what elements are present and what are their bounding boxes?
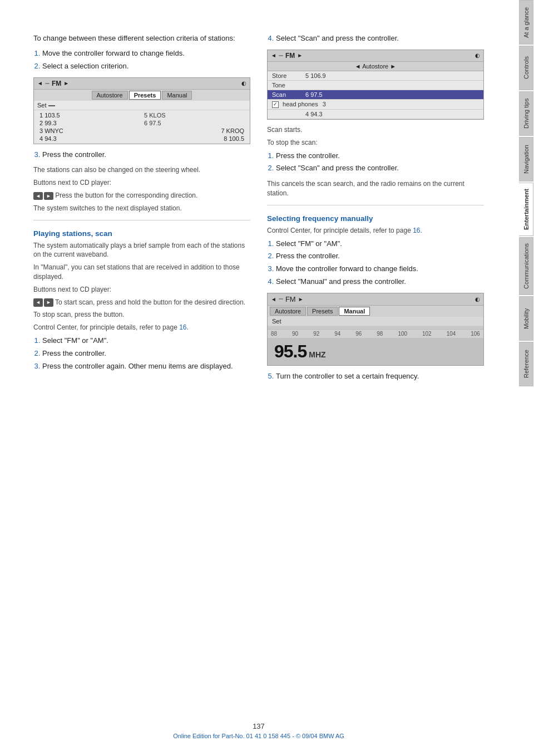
step-1: Move the controller forward to change fi…	[42, 48, 250, 59]
manual-tab-presets[interactable]: Presets	[307, 307, 338, 316]
manual-arrow-right: ►	[298, 296, 304, 302]
steps-list-3: Select "FM" or "AM". Press the controlle…	[42, 336, 250, 372]
cancels-text: This cancels the scan search, and the ra…	[267, 179, 484, 198]
tab-presets[interactable]: Presets	[129, 91, 161, 100]
sidebar-tab-at-a-glance[interactable]: At a glance	[519, 0, 533, 45]
btn-left: ◄	[33, 192, 43, 200]
scan-row-store: Store 5 106.9	[268, 71, 483, 81]
headphones-checkbox[interactable]	[272, 101, 279, 108]
stop-step-1: Press the controller.	[276, 151, 484, 161]
divider-2	[267, 205, 484, 205]
headphones-label: head phones	[272, 101, 318, 108]
control-center-ref: Control Center, for principle details, r…	[33, 323, 250, 332]
scan-screen: ◄ FM ► ◐ ◄ Autostore ► Store 5 106.9 Ton…	[267, 50, 484, 120]
manual-tabs-row: Autostore Presets Manual	[268, 306, 483, 317]
manual-screen-icon: ◐	[475, 296, 480, 302]
stop-step-2: Select "Scan" and press the controller.	[276, 163, 484, 174]
station-1-name: 5 KLOS	[142, 111, 246, 119]
system-switches: The system switches to the next displaye…	[33, 204, 250, 213]
intro-text: To change between these different select…	[33, 33, 250, 44]
station-2-num: 2 99.3	[37, 119, 142, 127]
scan-hold-text: ◄ ► To start scan, press and hold the bu…	[33, 298, 250, 307]
fm-label: FM	[52, 80, 61, 87]
scan-value: 6 97.5	[305, 91, 323, 98]
step-5-list: Turn the controller to set a certain fre…	[276, 371, 484, 382]
manual-step-3: Move the controller forward to change fi…	[276, 264, 484, 274]
scan-intro: The system automatically plays a brief s…	[33, 241, 250, 260]
manual-freq-scale: 889092949698100102104106	[268, 330, 483, 338]
scan-manual-note: In "Manual", you can set stations that a…	[33, 263, 250, 282]
sidebar-tab-driving-tips[interactable]: Driving tips	[519, 91, 533, 136]
station-3-num: 3 WNYC7 KROQ	[37, 127, 246, 135]
scan-band-indicator	[279, 55, 283, 56]
manual-steps: Select "FM" or "AM". Press the controlle…	[276, 239, 484, 287]
sidebar-tab-entertainment[interactable]: Entertainment	[519, 183, 533, 236]
page-16-link[interactable]: 16	[179, 323, 186, 331]
manual-arrow-left: ◄	[271, 296, 276, 302]
scan-btn-r: ►	[44, 298, 53, 307]
scan-row-headphones: head phones 3	[268, 100, 483, 110]
manual-page-16-link[interactable]: 16	[413, 227, 420, 234]
station-1-num: 1 103.5	[37, 111, 142, 119]
stations-note: The stations can also be changed on the …	[33, 165, 250, 175]
sidebar-tab-communications[interactable]: Communications	[519, 237, 533, 295]
tab-manual[interactable]: Manual	[162, 91, 192, 100]
right-column: Select "Scan" and press the controller. …	[267, 33, 484, 387]
stop-scan-text: To stop scan, press the button.	[33, 310, 250, 320]
manual-tab-autostore[interactable]: Autostore	[270, 307, 306, 316]
stations-grid: 1 103.5 5 KLOS 2 99.3 6 97.5 3 WNYC7 KRO…	[34, 110, 250, 144]
buttons-note: Buttons next to CD player:	[33, 178, 250, 188]
scan-starts: Scan starts.	[267, 125, 484, 135]
sidebar-tab-controls[interactable]: Controls	[519, 46, 533, 90]
step-scan-3: Press the controller again. Other menu i…	[42, 361, 250, 372]
buttons-cd-note: Buttons next to CD player:	[33, 285, 250, 294]
section2-heading: Playing stations, scan	[33, 229, 250, 238]
left-right-btn: ◄ ►	[33, 192, 53, 200]
station-4-num: 4 94.38 100.5	[37, 135, 246, 143]
manual-set-label: Set	[268, 317, 483, 326]
scan-screen-top: ◄ FM ► ◐	[268, 50, 483, 62]
arrow-right-icon: ►	[63, 80, 69, 86]
tab-autostore[interactable]: Autostore	[92, 91, 128, 100]
divider-1	[33, 220, 250, 220]
scan-arrow-right: ►	[297, 52, 303, 58]
headphones-value: 3	[323, 101, 326, 107]
press-button-text: ◄ ► Press the button for the correspondi…	[33, 191, 250, 200]
manual-intro: Control Center, for principle details, r…	[267, 226, 484, 235]
store-value: 5 106.9	[305, 72, 326, 79]
steps-list-1: Move the controller forward to change fi…	[42, 48, 250, 72]
manual-band-indicator	[279, 298, 283, 300]
step-3: Press the controller.	[42, 150, 250, 160]
page-footer: 137 Online Edition for Part-No. 01 41 0 …	[0, 722, 517, 739]
left-column: To change between these different select…	[33, 33, 250, 387]
manual-step-2: Press the controller.	[276, 251, 484, 262]
frequency-number: 95.5	[274, 341, 306, 362]
manual-tab-manual[interactable]: Manual	[339, 307, 370, 316]
sidebar-tab-navigation[interactable]: Navigation	[519, 137, 533, 181]
sidebar-tab-reference[interactable]: Reference	[519, 342, 533, 386]
scan-row-scan: Scan 6 97.5	[268, 90, 483, 100]
set-label: Set	[34, 101, 250, 110]
radio-tab-row: Autostore Presets Manual	[34, 90, 250, 101]
sidebar-tab-mobility[interactable]: Mobility	[519, 296, 533, 341]
stop-steps: Press the controller. Select "Scan" and …	[276, 151, 484, 174]
manual-step-1: Select "FM" or "AM".	[276, 239, 484, 249]
step-4: Select "Scan" and press the controller.	[276, 33, 484, 44]
sidebar-tabs: At a glance Controls Driving tips Naviga…	[518, 0, 534, 756]
right-step-4: Select "Scan" and press the controller.	[276, 33, 484, 44]
scan-row-last: 4 94.3	[268, 110, 483, 119]
btn-right: ►	[44, 192, 53, 200]
scan-arrow-left: ◄	[271, 52, 276, 58]
store-label: Store	[272, 72, 305, 79]
scan-row-tone: Tone	[268, 81, 483, 90]
radio-screen-1: ◄ FM ► ◐ Autostore Presets Manual Set 1 …	[33, 77, 250, 144]
main-content: To change between these different select…	[0, 0, 517, 421]
manual-step-4: Select "Manual" and press the controller…	[276, 277, 484, 287]
frequency-unit: MHZ	[309, 350, 325, 359]
step-5: Turn the controller to set a certain fre…	[276, 371, 484, 382]
step-scan-2: Press the controller.	[42, 348, 250, 359]
screen-icon: ◐	[241, 80, 246, 86]
radio-screen-1-top: ◄ FM ► ◐	[34, 78, 250, 90]
manual-screen-top: ◄ FM ► ◐	[268, 293, 483, 306]
steps-list-2: Press the controller.	[42, 150, 250, 160]
